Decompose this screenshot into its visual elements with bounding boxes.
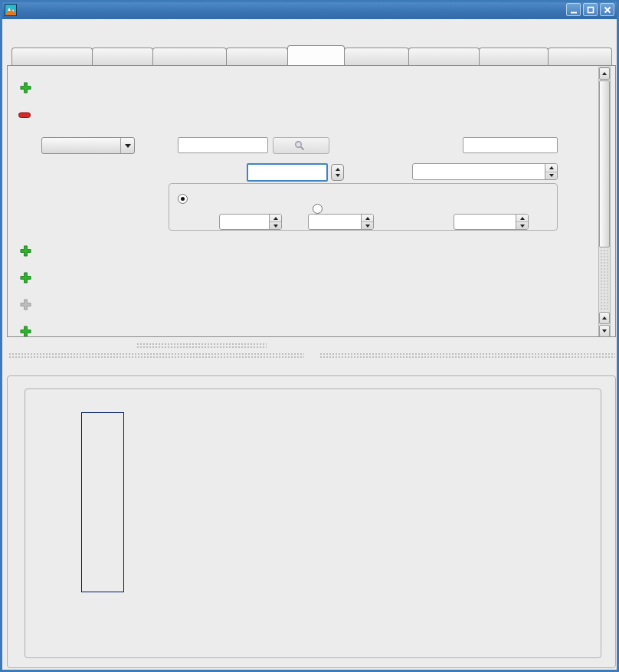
- specific-values-radio[interactable]: [313, 204, 323, 214]
- spin-up-icon: [336, 168, 340, 171]
- actions-tab-pane: [7, 65, 616, 337]
- scrollbar-thumb[interactable]: [599, 80, 610, 247]
- tab-advanced[interactable]: [344, 48, 409, 65]
- precision-input[interactable]: [412, 163, 558, 180]
- to-input[interactable]: [308, 214, 374, 230]
- expand-plus-icon-disabled: [20, 299, 31, 310]
- scroll-down-button[interactable]: [599, 325, 610, 337]
- step-size-stepper[interactable]: [516, 215, 528, 229]
- to-stepper[interactable]: [361, 215, 373, 229]
- dock-handle-right[interactable]: [319, 352, 615, 358]
- expand-plus-icon[interactable]: [20, 245, 31, 257]
- spin-down-icon: [273, 225, 278, 228]
- tab-data-output[interactable]: [152, 48, 227, 65]
- menu-modes[interactable]: [24, 29, 36, 34]
- scan-script-input[interactable]: [178, 137, 268, 153]
- app-window: [0, 0, 619, 672]
- close-button[interactable]: [600, 3, 614, 16]
- num-steps-input[interactable]: [247, 163, 328, 182]
- chevron-down-icon: [125, 144, 131, 148]
- scrollbar-track[interactable]: [600, 249, 609, 310]
- spin-down-icon: [549, 174, 554, 177]
- tab-actions[interactable]: [287, 45, 345, 65]
- scan-mode-select[interactable]: [41, 137, 135, 154]
- tab-settings[interactable]: [92, 48, 153, 65]
- from-stepper[interactable]: [269, 215, 281, 229]
- plot-dock-titlebar[interactable]: [8, 349, 615, 361]
- start-image-groupbox: [25, 388, 601, 658]
- scroll-up-button-2[interactable]: [599, 312, 610, 324]
- from-input[interactable]: [219, 214, 282, 230]
- minimize-button[interactable]: [566, 3, 581, 16]
- arrow-up-icon: [602, 316, 607, 320]
- dock-handle-left[interactable]: [8, 352, 304, 358]
- arrow-down-icon: [602, 329, 607, 333]
- tab-messages[interactable]: [548, 48, 612, 65]
- menu-bar: [2, 21, 617, 42]
- maximize-button[interactable]: [583, 3, 598, 16]
- expand-plus-icon[interactable]: [20, 326, 31, 337]
- num-steps-stepper[interactable]: [331, 164, 344, 181]
- collapse-minus-icon[interactable]: [18, 110, 31, 120]
- vertical-scrollbar[interactable]: [598, 67, 611, 337]
- app-logo-icon: [5, 4, 17, 16]
- menu-help[interactable]: [39, 29, 51, 34]
- spin-up-icon: [520, 217, 525, 220]
- spin-up-icon: [549, 166, 554, 169]
- precision-value: [413, 164, 545, 179]
- spin-down-icon: [365, 225, 370, 228]
- combo-arrow: [120, 138, 134, 153]
- spin-down-icon: [336, 174, 340, 177]
- tab-plot[interactable]: [226, 48, 288, 65]
- menu-utilities[interactable]: [8, 29, 21, 34]
- constant-step-radio[interactable]: [178, 194, 188, 204]
- spin-up-icon: [365, 217, 370, 220]
- title-bar[interactable]: [0, 0, 619, 19]
- spin-down-icon: [520, 225, 525, 228]
- splitter-handle[interactable]: [136, 343, 267, 348]
- arrow-up-icon: [602, 72, 607, 75]
- from-value: [220, 215, 269, 229]
- step-size-value: [454, 215, 516, 229]
- measurement-groupbox: [7, 375, 616, 668]
- zoom-selection-rectangle: [81, 412, 124, 592]
- tab-debugging[interactable]: [408, 48, 480, 65]
- expand-plus-icon[interactable]: [20, 82, 31, 93]
- browse-button[interactable]: [273, 137, 329, 154]
- step-size-input[interactable]: [454, 214, 529, 230]
- magnifier-icon: [294, 140, 305, 151]
- to-value: [309, 215, 361, 229]
- spin-up-icon: [273, 217, 278, 220]
- additional-parameter-input[interactable]: [463, 137, 558, 153]
- tab-measurement[interactable]: [11, 48, 93, 65]
- tab-developer[interactable]: [479, 48, 549, 65]
- scroll-up-button[interactable]: [599, 67, 610, 80]
- tab-bar: [2, 44, 617, 65]
- expand-plus-icon[interactable]: [20, 272, 31, 284]
- precision-stepper[interactable]: [545, 164, 557, 179]
